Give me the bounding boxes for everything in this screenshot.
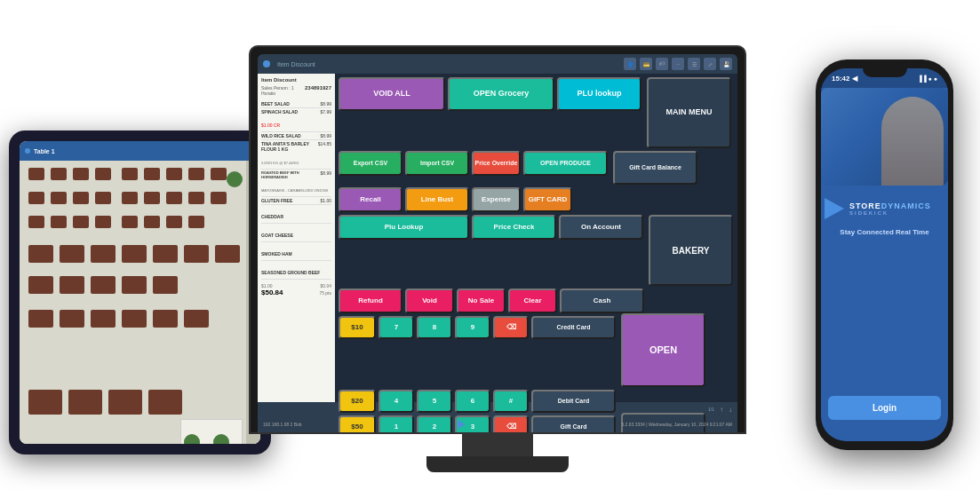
refund-button[interactable]: Refund xyxy=(339,288,402,313)
num-5-button[interactable]: 5 xyxy=(417,390,452,413)
item-name: GLUTEN FREE xyxy=(261,198,292,203)
clear-button[interactable]: Clear xyxy=(508,288,557,313)
no-sale-button[interactable]: No Sale xyxy=(457,288,506,313)
gift-card2-button[interactable]: Gift Card xyxy=(531,415,616,432)
payment-icon[interactable]: 💳 xyxy=(640,58,652,70)
gift-card-button[interactable]: GIFT CARD xyxy=(523,187,572,212)
fp-plant xyxy=(213,434,229,444)
scene: Table 1 xyxy=(0,0,980,490)
discount-icon[interactable]: 🏷 xyxy=(656,58,668,70)
fp-table xyxy=(73,216,89,228)
fp-table xyxy=(73,192,89,204)
item-desc: 2.0001 KG @ $7.44/KG xyxy=(261,161,299,165)
plu-lookup2-button[interactable]: Plu Lookup xyxy=(339,215,469,240)
fp-table xyxy=(166,192,182,204)
phone-outer: 15:42 ◀ ▐▐ ● ● STORE xyxy=(816,59,953,450)
menu-icon[interactable]: ☰ xyxy=(688,58,700,70)
monitor-item-discount-label: Item Discount xyxy=(277,61,315,67)
backspace2-button[interactable]: ⌫ xyxy=(493,415,529,432)
pos-item-beet-salad: BEET SALAD $8.99 xyxy=(261,100,331,108)
void-all-button[interactable]: VOID ALL xyxy=(339,77,445,111)
item-name: GOAT CHEESE xyxy=(261,233,293,238)
monitor-top-bar: Item Discount 👤 💳 🏷 ··· ☰ ⤢ 💾 xyxy=(258,54,737,74)
void-button[interactable]: Void xyxy=(405,288,454,313)
pickup-icon[interactable]: ⤢ xyxy=(704,58,716,70)
tablet-header-text: Table 1 xyxy=(34,148,55,154)
fp-table xyxy=(153,310,178,328)
item-name: SMOKED HAM xyxy=(261,251,292,257)
num-hash-button[interactable]: # xyxy=(493,390,529,413)
pos-left-panel: Item Discount Sales Person : 1 Horatio 2… xyxy=(258,74,335,402)
item-name: TINA ANITA'S BARLEY FLOUR 1 KG xyxy=(261,141,318,152)
tablet-device: Table 1 xyxy=(9,130,271,454)
gift-card-balance-button[interactable]: Gift Card Balance xyxy=(613,151,697,185)
on-account-button[interactable]: On Account xyxy=(559,215,643,240)
open-purple-area: OPEN xyxy=(621,316,705,387)
fp-table xyxy=(95,216,111,228)
open-placeholder xyxy=(649,288,734,313)
cash-button[interactable]: Cash xyxy=(560,288,644,313)
item-name: CHEDDAR xyxy=(261,214,283,219)
credit-card-button[interactable]: Credit Card xyxy=(531,316,616,339)
bakery-placeholder xyxy=(578,187,662,212)
pos-subtotal: $0.04 xyxy=(320,283,331,288)
open-grocery-button[interactable]: OPEN Grocery xyxy=(448,77,554,111)
num-4-button[interactable]: 4 xyxy=(378,390,414,413)
pos-grocery-row: Sales Person : 1 Horatio 234891927 xyxy=(261,85,331,98)
floor-plan: + - ■ ◆ ▲ xyxy=(20,161,260,444)
open-produce-button[interactable]: OPEN PRODUCE xyxy=(523,151,608,176)
tablet-indicator xyxy=(25,148,30,154)
backspace-button[interactable]: ⌫ xyxy=(493,316,529,339)
open-purple-button[interactable]: OPEN xyxy=(621,313,705,387)
numpad-row-2: $20 4 5 6 # Debit Card xyxy=(339,390,734,413)
fp-table xyxy=(122,276,147,294)
num-9-button[interactable]: 9 xyxy=(455,316,490,339)
pos-item-ground-beef: SEASONED GROUND BEEF xyxy=(261,261,331,280)
debit-card-button[interactable]: Debit Card xyxy=(531,390,616,413)
phone-person-photo xyxy=(821,88,948,186)
item-name: ROASTED BEEF WITH HORSERADISH xyxy=(261,170,320,179)
fp-table xyxy=(188,192,204,204)
tablet-outer: Table 1 xyxy=(9,130,271,454)
price-override-button[interactable]: Price Override xyxy=(472,151,521,176)
phone-logo-row: STORE DYNAMICS SIDEKICK xyxy=(825,198,931,219)
nav-up-arrow[interactable]: ↑ xyxy=(720,406,723,414)
num-6-button[interactable]: 6 xyxy=(455,390,490,413)
phone-status-icons: ▐▐ ● ● xyxy=(918,75,937,82)
expense-button[interactable]: Expense xyxy=(472,187,521,212)
num-2-button[interactable]: 2 xyxy=(417,415,452,432)
monitor-footer-left: 192.168.1.68 2 Bob xyxy=(263,422,302,427)
export-csv-button[interactable]: Export CSV xyxy=(339,151,402,176)
phone-login-button[interactable]: Login xyxy=(828,396,941,420)
main-menu-button[interactable]: MAIN MENU xyxy=(647,77,731,148)
save-icon[interactable]: 💾 xyxy=(720,58,732,70)
nav-down-arrow[interactable]: ↓ xyxy=(729,406,732,414)
phone-notch xyxy=(863,68,907,77)
import-csv-button[interactable]: Import CSV xyxy=(405,151,469,176)
fp-table xyxy=(91,310,116,328)
num-7-button[interactable]: 7 xyxy=(378,316,414,339)
monitor-footer-right: 5.2.63.3334 | Wednesday, January 10, 202… xyxy=(621,422,732,427)
phone-tagline: Stay Connected Real Time xyxy=(821,225,948,240)
pos-row-4: Plu Lookup Price Check On Account BAKERY xyxy=(339,215,734,286)
recall-button[interactable]: Recall xyxy=(339,187,402,212)
fp-table xyxy=(184,245,209,263)
line-bust-button[interactable]: Line Bust xyxy=(405,187,469,212)
price-check-button[interactable]: Price Check xyxy=(472,215,556,240)
function-icon[interactable]: ··· xyxy=(672,58,684,70)
num-8-button[interactable]: 8 xyxy=(417,316,452,339)
fp-table xyxy=(60,245,84,263)
num-1-button[interactable]: 1 xyxy=(378,415,414,432)
plu-lookup-button[interactable]: PLU lookup xyxy=(557,77,641,111)
fp-table xyxy=(95,192,111,204)
bakery-button[interactable]: BAKERY xyxy=(649,215,733,286)
customer-icon[interactable]: 👤 xyxy=(624,58,636,70)
fp-table xyxy=(28,245,53,263)
item-price: $8.99 xyxy=(320,101,331,107)
num-10-button[interactable]: $10 xyxy=(339,316,376,339)
num-20-button[interactable]: $20 xyxy=(339,390,376,413)
fp-table xyxy=(51,192,67,204)
num-50-button[interactable]: $50 xyxy=(339,415,376,432)
fp-table xyxy=(28,276,53,294)
monitor-base xyxy=(426,456,569,472)
